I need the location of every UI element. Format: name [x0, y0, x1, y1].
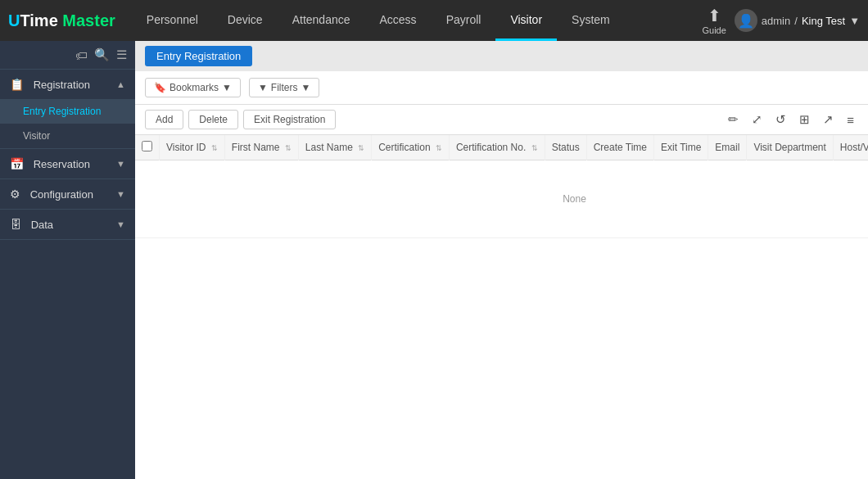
col-certification[interactable]: Certification ⇅ [372, 135, 450, 160]
reservation-chevron-icon: ▼ [116, 159, 125, 169]
sidebar-data-label: Data [31, 219, 53, 231]
main-nav: Personnel Device Attendance Access Payro… [132, 0, 703, 41]
col-visitor-id[interactable]: Visitor ID ⇅ [160, 135, 225, 160]
empty-row: None [135, 160, 868, 238]
data-chevron-icon: ▼ [116, 219, 125, 229]
user-avatar: 👤 [735, 9, 757, 32]
sidebar-configuration-label: Configuration [30, 188, 93, 201]
visitor-table: Visitor ID ⇅ First Name ⇅ Last Name ⇅ [135, 135, 868, 238]
nav-item-attendance[interactable]: Attendance [278, 0, 365, 41]
export-icon-button[interactable]: ↗ [819, 110, 838, 129]
edit-icon: ✏ [728, 112, 739, 126]
breadcrumb-bar: Entry Registration [135, 41, 868, 71]
registration-chevron-icon: ▲ [116, 79, 125, 89]
sidebar: 🏷 🔍 ☰ 📋 Registration ▲ Entry Registratio… [0, 41, 135, 479]
sidebar-section-registration: 📋 Registration ▲ Entry Registration Visi… [0, 70, 135, 149]
action-bar: Add Delete Exit Registration ✏ ⤢ ↺ ⊞ ↗ [135, 105, 868, 135]
empty-label: None [135, 160, 868, 238]
settings-icon: ≡ [847, 113, 854, 127]
nav-item-device[interactable]: Device [213, 0, 278, 41]
user-name: King Test [802, 15, 845, 27]
top-right: ⬆ Guide 👤 admin/King Test ▼ [702, 6, 860, 35]
filters-chevron-icon: ▼ [301, 82, 310, 93]
col-exit-time: Exit Time [654, 135, 708, 160]
search-icon[interactable]: 🔍 [94, 47, 110, 62]
select-all-col [135, 135, 160, 160]
filters-button[interactable]: ▼ Filters ▼ [249, 78, 319, 97]
expand-icon-button[interactable]: ⤢ [748, 110, 766, 129]
guide-icon: ⬆ [708, 6, 721, 25]
sidebar-section-configuration-header[interactable]: ⚙ Configuration ▼ [0, 179, 135, 209]
user-chevron-icon: ▼ [849, 15, 860, 27]
columns-icon: ⊞ [799, 112, 810, 126]
user-menu[interactable]: 👤 admin/King Test ▼ [735, 9, 860, 32]
sidebar-item-visitor[interactable]: Visitor [0, 124, 135, 148]
sort-certification-icon: ⇅ [436, 144, 442, 152]
data-icon: 🗄 [10, 218, 21, 231]
top-nav: UTime Master Personnel Device Attendance… [0, 0, 868, 41]
registration-icon: 📋 [10, 78, 24, 91]
sidebar-registration-label: Registration [34, 79, 90, 91]
col-create-time: Create Time [586, 135, 653, 160]
col-status-label: Status [552, 142, 580, 153]
action-left: Add Delete Exit Registration [145, 110, 336, 129]
logo-time: Time [20, 11, 62, 29]
col-visitor-id-label: Visitor ID [166, 142, 206, 153]
edit-icon-button[interactable]: ✏ [724, 110, 743, 129]
sidebar-item-entry-registration[interactable]: Entry Registration [0, 99, 135, 124]
expand-icon: ⤢ [752, 112, 762, 126]
main-layout: 🏷 🔍 ☰ 📋 Registration ▲ Entry Registratio… [0, 41, 868, 479]
sidebar-section-reservation: 📅 Reservation ▼ [0, 149, 135, 179]
col-certification-no-label: Certification No. [456, 142, 526, 153]
col-exit-time-label: Exit Time [661, 142, 701, 153]
table-wrap: Visitor ID ⇅ First Name ⇅ Last Name ⇅ [135, 135, 868, 479]
col-visit-department-label: Visit Department [753, 142, 825, 153]
nav-item-visitor[interactable]: Visitor [495, 0, 557, 41]
settings-icon-button[interactable]: ≡ [843, 111, 858, 129]
sidebar-section-registration-header[interactable]: 📋 Registration ▲ [0, 70, 135, 99]
content-area: Entry Registration 🔖 Bookmarks ▼ ▼ Filte… [135, 41, 868, 479]
nav-item-personnel[interactable]: Personnel [132, 0, 213, 41]
add-button[interactable]: Add [145, 110, 183, 129]
bookmarks-button[interactable]: 🔖 Bookmarks ▼ [145, 78, 241, 97]
sort-certification-no-icon: ⇅ [531, 144, 538, 152]
exit-registration-button[interactable]: Exit Registration [243, 110, 336, 129]
sidebar-section-reservation-header[interactable]: 📅 Reservation ▼ [0, 149, 135, 178]
col-email: Email [708, 135, 747, 160]
sidebar-section-data-header[interactable]: 🗄 Data ▼ [0, 210, 135, 239]
col-create-time-label: Create Time [594, 142, 647, 153]
configuration-chevron-icon: ▼ [116, 189, 125, 199]
tag-icon[interactable]: 🏷 [75, 48, 88, 62]
col-visit-department: Visit Department [747, 135, 833, 160]
breadcrumb-entry-registration[interactable]: Entry Registration [145, 46, 252, 66]
refresh-icon-button[interactable]: ↺ [771, 110, 790, 129]
nav-item-system[interactable]: System [557, 0, 625, 41]
columns-icon-button[interactable]: ⊞ [795, 110, 814, 129]
user-admin: admin [762, 15, 790, 27]
logo-master: Master [62, 11, 115, 29]
configuration-icon: ⚙ [10, 188, 20, 201]
table-header-row: Visitor ID ⇅ First Name ⇅ Last Name ⇅ [135, 135, 868, 160]
col-certification-no[interactable]: Certification No. ⇅ [449, 135, 545, 160]
filters-label: Filters [271, 82, 298, 93]
bookmarks-label: Bookmarks [170, 82, 219, 93]
nav-item-payroll[interactable]: Payroll [432, 0, 496, 41]
nav-item-access[interactable]: Access [365, 0, 432, 41]
select-all-checkbox[interactable] [142, 141, 152, 151]
guide-button[interactable]: ⬆ Guide [702, 6, 726, 35]
bookmarks-chevron-icon: ▼ [222, 82, 232, 93]
app-logo: UTime Master [8, 11, 115, 30]
sidebar-section-data: 🗄 Data ▼ [0, 210, 135, 240]
reservation-icon: 📅 [10, 157, 24, 170]
sort-visitor-id-icon: ⇅ [211, 144, 218, 152]
filter-icon: ▼ [258, 82, 268, 93]
guide-label: Guide [702, 25, 726, 35]
list-icon[interactable]: ☰ [116, 47, 127, 62]
sort-first-name-icon: ⇅ [285, 144, 292, 152]
action-right: ✏ ⤢ ↺ ⊞ ↗ ≡ [724, 110, 858, 129]
delete-button[interactable]: Delete [188, 110, 238, 129]
col-first-name[interactable]: First Name ⇅ [224, 135, 298, 160]
col-host-visited: Host/Visited [833, 135, 868, 160]
col-last-name[interactable]: Last Name ⇅ [298, 135, 371, 160]
bookmark-icon: 🔖 [154, 82, 166, 93]
